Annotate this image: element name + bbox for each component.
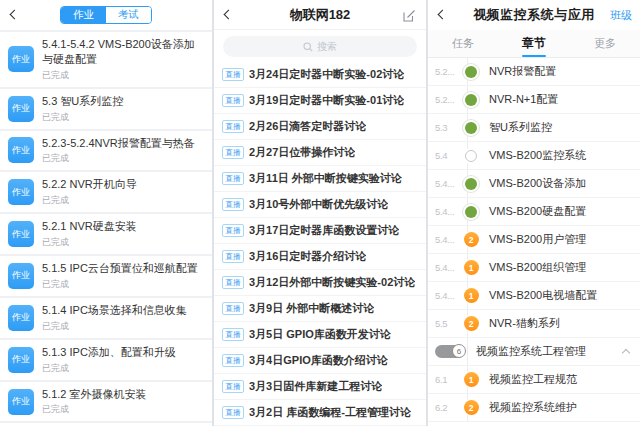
list-item[interactable]: 5.4... VMS-B200硬盘配置 <box>428 198 640 226</box>
live-badge: 直播 <box>222 406 244 418</box>
live-badge: 直播 <box>222 120 244 132</box>
status-text: 已完成 <box>42 403 147 416</box>
status-text: 已完成 <box>42 194 137 207</box>
completed-dot-icon <box>465 94 477 106</box>
assignments-list: 作业 5.4.1-5.4.2 VMS-B200设备添加与硬盘配置 已完成 作业 … <box>0 30 212 426</box>
collapse-chevron-icon[interactable] <box>622 349 630 357</box>
list-item[interactable]: 5.3 智U系列监控 <box>428 114 640 142</box>
list-item[interactable]: 作业 5.1.2 室外摄像机安装 已完成 <box>0 382 212 422</box>
back-icon[interactable] <box>10 10 20 20</box>
live-badge: 直播 <box>222 146 244 158</box>
not-started-dot-icon <box>465 150 477 162</box>
list-item[interactable]: 作业 5.3 智U系列监控 已完成 <box>0 89 212 129</box>
list-item[interactable]: 5.4... 1 VMS-B200组织管理 <box>428 254 640 282</box>
list-item[interactable]: 直播 3月10号外部中断优先级讨论 <box>214 192 426 218</box>
list-item[interactable]: 作业 5.2.1 NVR硬盘安装 已完成 <box>0 214 212 254</box>
list-item[interactable]: 直播 3月19日定时器中断实验-01讨论 <box>214 88 426 114</box>
completed-dot-icon <box>465 206 477 218</box>
status-text: 已完成 <box>42 236 137 249</box>
tab-exams[interactable]: 考试 <box>106 7 151 23</box>
pending-count-badge: 1 <box>464 288 479 303</box>
list-item[interactable]: 5.5 2 NVR-猎豹系列 <box>428 310 640 338</box>
list-item[interactable]: 5.2... NVR-N+1配置 <box>428 86 640 114</box>
live-badge: 直播 <box>222 250 244 262</box>
section-title: VMS-B200硬盘配置 <box>489 204 586 219</box>
section-number: 6.2 <box>435 402 461 413</box>
compose-icon[interactable] <box>403 8 416 26</box>
list-item[interactable]: 5.4... 1 VMS-B200电视墙配置 <box>428 282 640 310</box>
list-item[interactable]: 直播 3月24日定时器中断实验-02讨论 <box>214 62 426 88</box>
pending-count-badge: 1 <box>464 260 479 275</box>
tab-chapters[interactable]: 章节 <box>518 30 550 57</box>
list-item[interactable]: 直播 3月12日外部中断按键实验-02讨论 <box>214 270 426 296</box>
chapter-title: 视频监控系统工程管理 <box>476 344 586 359</box>
list-item[interactable]: 作业 5.4.1-5.4.2 VMS-B200设备添加与硬盘配置 已完成 <box>0 32 212 87</box>
discussion-title: 3月16日定时器介绍讨论 <box>249 249 366 264</box>
tab-tasks[interactable]: 任务 <box>448 30 478 57</box>
list-item[interactable]: 直播 3月16日定时器介绍讨论 <box>214 244 426 270</box>
list-item[interactable]: 6.2 2 视频监控系统维护 <box>428 394 640 422</box>
section-number: 5.2... <box>435 94 461 105</box>
list-item[interactable]: 作业 5.1.5 IPC云台预置位和巡航配置 已完成 <box>0 256 212 296</box>
search-input[interactable]: 搜索 <box>223 36 417 57</box>
discussion-title: 3月3日固件库新建工程讨论 <box>249 379 382 394</box>
back-icon[interactable] <box>224 10 234 20</box>
status-text: 已完成 <box>42 278 198 291</box>
list-item[interactable]: 直播 3月4日GPIO库函数介绍讨论 <box>214 348 426 374</box>
section-number: 5.3 <box>435 122 461 133</box>
back-icon[interactable] <box>438 10 448 20</box>
discussion-title: 3月4日GPIO库函数介绍讨论 <box>249 353 388 368</box>
class-header: 物联网182 <box>214 0 426 30</box>
assignment-title: 5.2.3-5.2.4NVR报警配置与热备 <box>42 136 195 151</box>
assignment-title: 5.1.3 IPC添加、配置和升级 <box>42 345 176 360</box>
list-item[interactable]: 5.2... NVR报警配置 <box>428 58 640 86</box>
assignment-badge-icon: 作业 <box>8 347 34 373</box>
list-item[interactable]: 作业 5.2.2 NVR开机向导 已完成 <box>0 172 212 212</box>
live-badge: 直播 <box>222 380 244 392</box>
live-badge: 直播 <box>222 354 244 366</box>
status-text: 已完成 <box>42 111 123 124</box>
assignments-screen: 作业 考试 作业 5.4.1-5.4.2 VMS-B200设备添加与硬盘配置 已… <box>0 0 212 426</box>
list-item[interactable]: 5.4 VMS-B200监控系统 <box>428 142 640 170</box>
list-item[interactable]: 直播 2月27日位带操作讨论 <box>214 140 426 166</box>
assignments-header: 作业 考试 <box>0 0 212 30</box>
live-badge: 直播 <box>222 68 244 80</box>
assignment-title: 5.3 智U系列监控 <box>42 94 123 109</box>
course-header: 视频监控系统与应用 班级 <box>428 0 640 30</box>
search-placeholder: 搜索 <box>317 40 337 54</box>
class-link[interactable]: 班级 <box>610 8 632 23</box>
list-item[interactable]: 直播 2月26日滴答定时器讨论 <box>214 114 426 140</box>
status-text: 已完成 <box>42 320 187 333</box>
section-number: 5.5 <box>435 318 461 329</box>
list-item[interactable]: 作业 5.1.3 IPC添加、配置和升级 已完成 <box>0 340 212 380</box>
list-item[interactable]: 直播 3月11日 外部中断按键实验讨论 <box>214 166 426 192</box>
list-item[interactable]: 直播 3月5日 GPIO库函数开发讨论 <box>214 322 426 348</box>
list-item[interactable]: 作业 5.1.4 IPC场景选择和信息收集 已完成 <box>0 298 212 338</box>
tab-chapters-label: 章节 <box>522 35 546 52</box>
tab-assignments[interactable]: 作业 <box>61 7 106 23</box>
discussion-title: 3月10号外部中断优先级讨论 <box>249 197 388 212</box>
chapter-group-row[interactable]: 6 视频监控系统工程管理 <box>428 338 640 366</box>
list-item[interactable]: 直播 3月3日固件库新建工程讨论 <box>214 374 426 400</box>
assignment-badge-icon: 作业 <box>8 137 34 163</box>
section-title: VMS-B200监控系统 <box>489 148 586 163</box>
section-number: 5.4... <box>435 234 461 245</box>
list-item[interactable]: 5.4... 2 VMS-B200用户管理 <box>428 226 640 254</box>
assignment-badge-icon: 作业 <box>8 221 34 247</box>
tab-more[interactable]: 更多 <box>590 30 620 57</box>
assignment-badge-icon: 作业 <box>8 96 34 122</box>
three-screen-collage: 作业 考试 作业 5.4.1-5.4.2 VMS-B200设备添加与硬盘配置 已… <box>0 0 640 426</box>
live-badge: 直播 <box>222 198 244 210</box>
discussion-title: 3月11日 外部中断按键实验讨论 <box>249 171 402 186</box>
status-text: 已完成 <box>42 362 176 375</box>
list-item[interactable]: 直播 3月17日定时器库函数设置讨论 <box>214 218 426 244</box>
pending-count-badge: 1 <box>464 372 479 387</box>
section-title: VMS-B200组织管理 <box>489 260 586 275</box>
live-badge: 直播 <box>222 172 244 184</box>
list-item[interactable]: 6.1 1 视频监控工程规范 <box>428 366 640 394</box>
pending-count-badge: 2 <box>464 232 479 247</box>
list-item[interactable]: 直播 3月9日 外部中断概述讨论 <box>214 296 426 322</box>
list-item[interactable]: 作业 5.2.3-5.2.4NVR报警配置与热备 已完成 <box>0 131 212 171</box>
list-item[interactable]: 5.4... VMS-B200设备添加 <box>428 170 640 198</box>
list-item[interactable]: 直播 3月2日 库函数编程-工程管理讨论 <box>214 400 426 426</box>
